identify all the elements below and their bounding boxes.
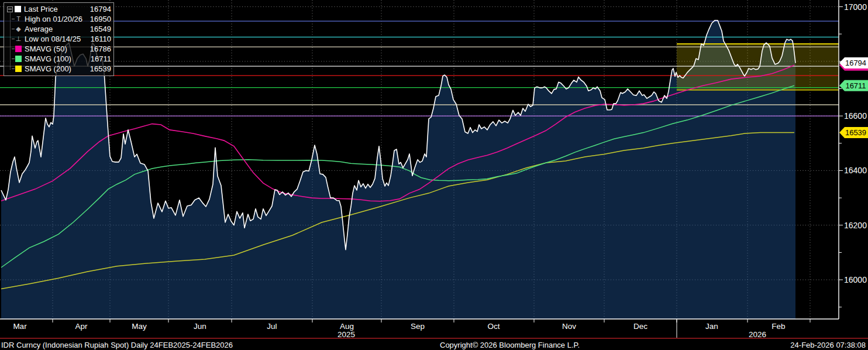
sma200-axis-badge: 16539 (839, 127, 868, 138)
sma100-axis-badge: 16711 (839, 80, 868, 91)
legend-value: 16711 (91, 54, 111, 63)
x-axis-month-label: May (132, 322, 147, 331)
legend-row-smavg-50[interactable]: SMAVG (50)16786 (6, 44, 111, 54)
average-marker-icon: ◆ (15, 26, 22, 32)
bloomberg-chart-window: 1700016600164001620016000MarAprMayJunJul… (0, 0, 868, 350)
price-chart-plot-area[interactable]: 1700016600164001620016000MarAprMayJunJul… (0, 0, 868, 339)
legend-row-smavg-200[interactable]: SMAVG (200)16539 (6, 64, 111, 74)
high-marker-icon: T (15, 16, 22, 22)
status-bar: IDR Curncy (Indonesian Rupiah Spot) Dail… (0, 339, 868, 350)
svg-text:16794: 16794 (845, 59, 866, 67)
legend-row-smavg-100[interactable]: SMAVG (100)16711 (6, 54, 111, 64)
series-color-swatch (15, 6, 21, 12)
chart-legend: Last Price16794THigh on 01/20/2616950◆Av… (4, 2, 114, 76)
y-axis-tick-label: 16200 (844, 221, 867, 230)
y-axis-tick-label: 16600 (844, 111, 867, 121)
copyright-text: Copyright© 2026 Bloomberg Finance L.P. (440, 341, 580, 349)
svg-text:16539: 16539 (845, 128, 866, 137)
x-axis-month-label: Sep (411, 322, 425, 331)
last-price-axis-badge: 16794 (839, 57, 868, 68)
price-area-fill (1, 20, 795, 319)
low-marker-icon: ⊥ (15, 36, 22, 42)
x-axis-month-label: Jun (194, 322, 206, 331)
x-axis-month-label: Dec (633, 322, 647, 331)
legend-value: 16794 (90, 5, 111, 13)
y-axis-tick-label: 16000 (844, 275, 867, 284)
legend-value: 16539 (90, 64, 111, 73)
svg-text:16711: 16711 (845, 81, 866, 90)
legend-label: Low on 08/14/25 (25, 35, 86, 43)
legend-row-last-price[interactable]: Last Price16794 (6, 4, 111, 14)
x-axis-month-label: Nov (562, 322, 576, 331)
x-axis-month-label: Feb (771, 322, 785, 331)
legend-value: 16110 (91, 35, 111, 43)
legend-row-high-on-01-20-26[interactable]: THigh on 01/20/2616950 (6, 14, 111, 24)
x-axis-month-label: Mar (13, 322, 27, 331)
series-color-swatch (15, 56, 22, 62)
x-axis-month-label: Apr (75, 322, 88, 331)
legend-value: 16549 (90, 25, 111, 33)
legend-label: SMAVG (200) (25, 64, 85, 73)
legend-row-average[interactable]: ◆Average16549 (6, 24, 111, 34)
y-axis-tick-label: 17000 (844, 2, 867, 12)
x-axis-month-label: Jul (267, 322, 277, 331)
timestamp: 24-Feb-2026 07:38:08 (790, 341, 866, 349)
series-color-swatch (15, 66, 22, 72)
legend-value: 16950 (90, 15, 111, 23)
chart-description: IDR Curncy (Indonesian Rupiah Spot) Dail… (1, 341, 233, 349)
legend-label: Last Price (24, 5, 85, 13)
legend-row-low-on-08-14-25[interactable]: ⊥Low on 08/14/2516110 (6, 34, 111, 44)
x-axis-month-label: Jan (705, 322, 718, 331)
legend-value: 16786 (90, 44, 111, 53)
legend-label: High on 01/20/26 (25, 15, 85, 23)
legend-label: SMAVG (50) (25, 44, 85, 53)
legend-label: SMAVG (100) (25, 54, 86, 63)
x-axis-month-label: Oct (487, 322, 500, 331)
tree-expand-icon[interactable] (7, 6, 13, 12)
highlight-band (677, 44, 839, 90)
legend-label: Average (25, 25, 85, 33)
series-color-swatch (15, 46, 22, 52)
x-axis-month-label: Aug (340, 322, 354, 331)
y-axis-tick-label: 16400 (844, 166, 867, 175)
